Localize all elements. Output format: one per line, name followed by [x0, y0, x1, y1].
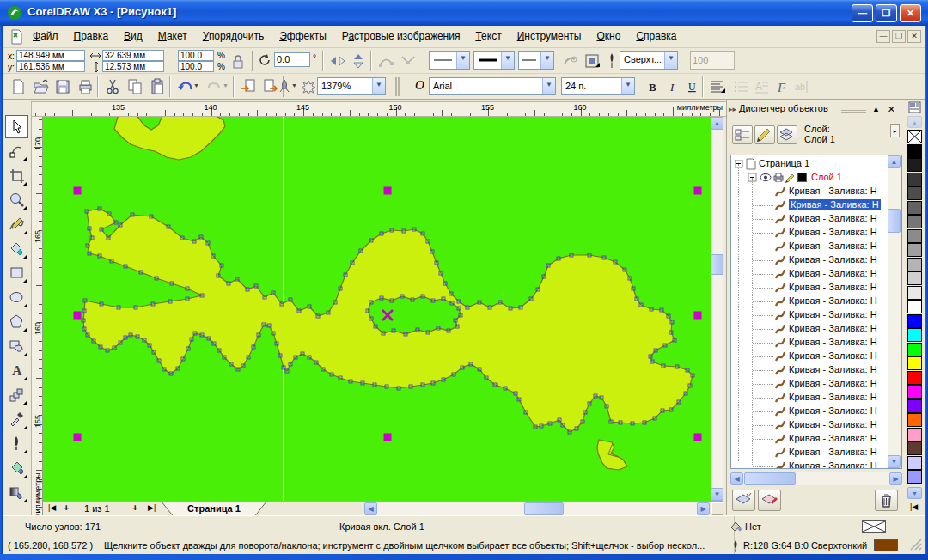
y-position-field[interactable]: 161.536 мм — [16, 61, 85, 72]
color-swatch[interactable] — [907, 300, 922, 313]
color-swatch[interactable] — [907, 158, 922, 172]
outline-width-combo[interactable]: Сверхт... — [620, 51, 678, 70]
fill-tool[interactable] — [5, 457, 28, 480]
tree-scroll-up[interactable]: ▲ — [888, 155, 901, 168]
mdi-close-button[interactable]: ✕ — [907, 30, 921, 43]
new-master-layer-button[interactable] — [758, 490, 781, 511]
title-bar[interactable]: CorelDRAW X3 - [Рисунок1] — ❐ ✕ — [0, 0, 928, 26]
tree-curve-row[interactable]: Кривая - Заливка: Н — [731, 377, 901, 391]
bullet-list-button[interactable] — [731, 76, 752, 97]
wrap-text-button[interactable] — [582, 51, 602, 71]
color-swatch[interactable] — [907, 441, 922, 455]
palette-expand[interactable]: |◀ — [910, 502, 918, 511]
menu-текст[interactable]: Текст — [467, 26, 509, 48]
tree-vscrollbar[interactable]: ▲ ▼ — [888, 155, 901, 468]
paste-button[interactable] — [147, 76, 168, 97]
freehand-tool[interactable] — [5, 213, 28, 236]
delete-button[interactable] — [875, 490, 898, 511]
rectangle-tool[interactable] — [5, 261, 28, 284]
canvas-hscrollbar[interactable]: ◀ ▶ — [364, 502, 710, 515]
palette-scroll-up[interactable]: ▲ — [907, 116, 922, 128]
undo-button[interactable] — [174, 76, 195, 97]
import-button[interactable] — [238, 76, 259, 97]
tree-scroll-right[interactable]: ▶ — [889, 472, 902, 485]
tree-curve-row[interactable]: Кривая - Заливка: Н — [731, 432, 901, 446]
menu-окно[interactable]: Окно — [589, 26, 628, 48]
end-arrowhead-combo[interactable] — [518, 51, 554, 70]
palette-menu-icon[interactable] — [908, 101, 921, 113]
scale-x-field[interactable]: 100.0 — [178, 50, 214, 61]
tree-curve-row[interactable]: Кривая - Заливка: Н — [731, 460, 901, 469]
tree-scroll-left[interactable]: ◀ — [730, 472, 743, 485]
rotation-field[interactable]: 0.0 — [274, 52, 310, 67]
italic-button[interactable]: I — [662, 76, 683, 97]
x-position-field[interactable]: 148.949 мм — [16, 50, 85, 61]
zoom-tool[interactable] — [5, 188, 28, 211]
color-swatch[interactable] — [907, 201, 922, 215]
tree-curve-row[interactable]: Кривая - Заливка: Н — [731, 405, 901, 418]
layer-manager-view-button[interactable] — [777, 125, 797, 144]
shape-tool[interactable] — [5, 139, 28, 162]
menu-упорядочить[interactable]: Упорядочить — [195, 26, 272, 48]
drawing-canvas[interactable] — [43, 117, 711, 501]
print-button[interactable] — [75, 76, 95, 97]
cut-button[interactable] — [102, 76, 123, 97]
mdi-restore-button[interactable]: ❐ — [892, 30, 906, 43]
new-button[interactable] — [8, 76, 28, 97]
font-combo[interactable]: Arial — [429, 77, 556, 95]
tree-curve-row[interactable]: Кривая - Заливка: Н — [731, 267, 901, 281]
alignment-button[interactable] — [707, 76, 728, 97]
tree-curve-row[interactable]: Кривая - Заливка: Н — [731, 391, 901, 405]
color-swatch[interactable] — [907, 399, 922, 413]
copy-button[interactable] — [125, 76, 145, 97]
menu-макет[interactable]: Макет — [150, 26, 195, 48]
color-swatch[interactable] — [907, 144, 922, 158]
color-swatch[interactable] — [907, 286, 922, 300]
color-swatch[interactable] — [907, 456, 922, 470]
restore-button[interactable]: ❐ — [876, 4, 897, 22]
tree-curve-row[interactable]: Кривая - Заливка: Н — [731, 185, 901, 198]
color-swatch[interactable] — [907, 385, 922, 399]
pick-tool[interactable] — [5, 115, 28, 138]
docker-rollup-icon[interactable]: ▲ — [872, 105, 880, 113]
save-button[interactable] — [52, 76, 73, 97]
tree-curve-row[interactable]: Кривая - Заливка: Н — [731, 240, 901, 253]
color-swatch[interactable] — [907, 413, 922, 427]
color-swatch[interactable] — [907, 173, 922, 186]
tree-curve-row[interactable]: Кривая - Заливка: Н — [731, 446, 901, 460]
object-width-field[interactable]: 32.639 мм — [102, 50, 164, 61]
show-object-properties-button[interactable] — [732, 125, 753, 144]
reduce-nodes-button[interactable] — [375, 51, 396, 71]
scroll-left-button[interactable]: ◀ — [364, 502, 377, 515]
drop-cap-button[interactable]: A — [752, 76, 772, 97]
underline-button[interactable]: U — [681, 76, 702, 97]
outline-tool[interactable] — [5, 432, 28, 455]
line-style-combo[interactable] — [473, 51, 515, 70]
redo-button[interactable] — [204, 76, 224, 97]
polygon-tool[interactable] — [5, 310, 28, 333]
lock-ratio-button[interactable] — [228, 51, 245, 71]
add-page-after-button[interactable]: + — [132, 502, 137, 513]
menu-инструменты[interactable]: Инструменты — [510, 26, 589, 48]
object-height-field[interactable]: 12.573 мм — [102, 61, 164, 72]
tree-curve-row[interactable]: Кривая - Заливка: Н — [731, 363, 901, 377]
tree-curve-row[interactable]: Кривая - Заливка: Н — [731, 253, 901, 267]
color-swatch[interactable] — [907, 371, 922, 385]
canvas-vscrollbar[interactable]: ▲ ▼ — [711, 117, 723, 501]
ellipse-tool[interactable] — [5, 286, 28, 309]
eyedropper-tool[interactable] — [5, 408, 28, 431]
edit-text-button[interactable]: ab — [791, 76, 812, 97]
corel-online-button[interactable] — [298, 76, 319, 97]
mirror-horizontal-button[interactable] — [327, 51, 348, 71]
tree-hscrollbar[interactable]: ◀ ▶ — [730, 472, 902, 485]
tree-page-row[interactable]: Страница 1 — [731, 157, 901, 171]
tree-curve-row[interactable]: Кривая - Заливка: Н — [731, 322, 901, 336]
horizontal-ruler[interactable]: 135140145150155160миллиметры — [31, 101, 726, 117]
open-button[interactable] — [30, 76, 51, 97]
first-page-button[interactable]: |◀ — [48, 503, 56, 512]
resize-grip[interactable] — [908, 537, 922, 551]
interactive-fill-tool[interactable] — [5, 481, 28, 504]
menu-правка[interactable]: Правка — [66, 26, 117, 48]
menu-вид[interactable]: Вид — [116, 26, 150, 48]
edit-across-layers-button[interactable] — [754, 125, 775, 144]
